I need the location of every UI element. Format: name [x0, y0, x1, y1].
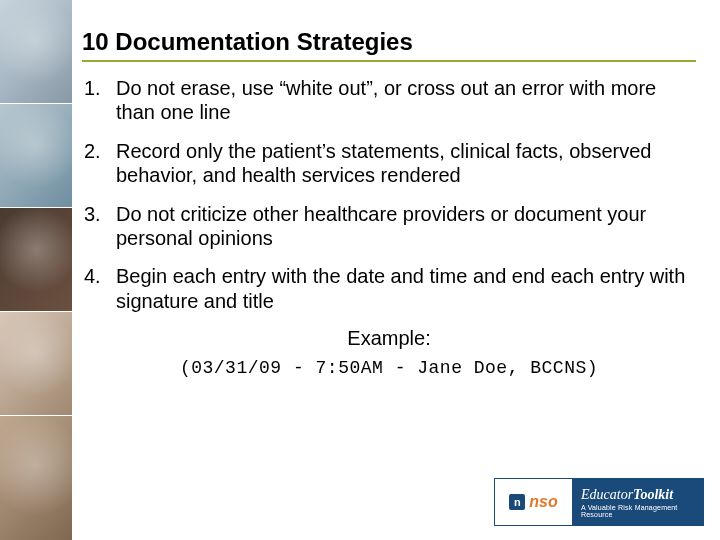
list-text: Begin each entry with the date and time …: [116, 264, 696, 313]
logo-product-name: EducatorToolkit: [581, 487, 703, 503]
sidebar-photo: [0, 104, 72, 208]
nso-logo: n nso: [509, 493, 557, 511]
list-number: 4.: [82, 264, 116, 313]
sidebar-photo: [0, 208, 72, 312]
list-text: Do not criticize other healthcare provid…: [116, 202, 696, 251]
list-text: Record only the patient’s statements, cl…: [116, 139, 696, 188]
sidebar-photo: [0, 416, 72, 540]
logo-word-bold: Toolkit: [633, 487, 673, 502]
list-item: 4. Begin each entry with the date and ti…: [82, 264, 696, 313]
slide-content: 10 Documentation Strategies 1. Do not er…: [72, 0, 720, 378]
logo-badge-icon: n: [509, 494, 525, 510]
sidebar-photo: [0, 312, 72, 416]
strategies-list: 1. Do not erase, use “white out”, or cro…: [82, 76, 696, 313]
example-label: Example:: [82, 327, 696, 350]
list-item: 1. Do not erase, use “white out”, or cro…: [82, 76, 696, 125]
sidebar-image-strip: [0, 0, 72, 540]
list-number: 3.: [82, 202, 116, 251]
sidebar-photo: [0, 0, 72, 104]
logo-brand-area: n nso: [495, 479, 573, 525]
example-text: (03/31/09 - 7:50AM - Jane Doe, BCCNS): [82, 358, 696, 378]
slide-title: 10 Documentation Strategies: [82, 28, 696, 62]
footer-logo: n nso EducatorToolkit A Valuable Risk Ma…: [494, 478, 704, 526]
list-text: Do not erase, use “white out”, or cross …: [116, 76, 696, 125]
list-item: 2. Record only the patient’s statements,…: [82, 139, 696, 188]
logo-tagline: A Valuable Risk Management Resource: [581, 504, 703, 518]
list-number: 2.: [82, 139, 116, 188]
logo-word: Educator: [581, 487, 633, 502]
list-number: 1.: [82, 76, 116, 125]
logo-tagline-area: EducatorToolkit A Valuable Risk Manageme…: [573, 479, 703, 525]
list-item: 3. Do not criticize other healthcare pro…: [82, 202, 696, 251]
logo-brand-text: nso: [529, 493, 557, 511]
example-block: Example: (03/31/09 - 7:50AM - Jane Doe, …: [82, 327, 696, 378]
